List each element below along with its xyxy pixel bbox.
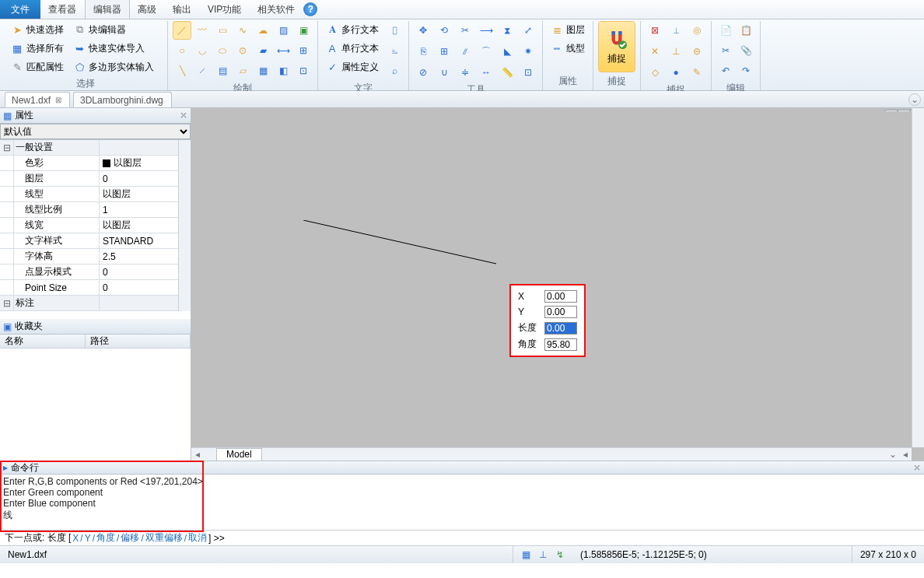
menu-advanced[interactable]: 高级 [130, 0, 165, 19]
angle-input[interactable] [544, 338, 577, 351]
align-tool[interactable]: ≑ [456, 63, 474, 82]
help-icon[interactable]: ? [303, 2, 317, 16]
property-row[interactable]: 色彩以图层 [0, 156, 178, 171]
model-tab[interactable]: Model [216, 448, 262, 461]
dim-tool[interactable]: ⟷ [274, 41, 292, 60]
region-tool[interactable]: ▱ [233, 61, 252, 80]
menu-editor[interactable]: 编辑器 [85, 0, 130, 19]
menu-output[interactable]: 输出 [165, 0, 200, 19]
text-tool-3[interactable]: ⌕ [385, 61, 404, 80]
drawing-canvas[interactable]: X Y 长度 角度 [194, 111, 912, 461]
text-button[interactable]: A单行文本 [323, 40, 382, 57]
arc-tool[interactable]: ◡ [193, 41, 212, 60]
insert-tool[interactable]: ⊞ [294, 41, 313, 60]
edit-paste[interactable]: 📋 [737, 21, 755, 40]
scale-tool[interactable]: ⤢ [519, 21, 537, 40]
snap-mid[interactable]: ⟂ [667, 21, 685, 40]
collapse-icon[interactable]: ⊟ [0, 140, 14, 155]
opt-offset[interactable]: 偏移 [119, 531, 141, 545]
chamfer-tool[interactable]: ◣ [498, 42, 516, 61]
y-input[interactable] [544, 306, 577, 318]
edit-undo[interactable]: ↶ [716, 61, 735, 80]
edit-redo[interactable]: ↷ [737, 61, 755, 80]
polyline-tool[interactable]: 〰 [193, 21, 212, 40]
x-input[interactable] [544, 290, 577, 303]
property-row[interactable]: Point Size0 [0, 280, 178, 296]
fav-col-path[interactable]: 路径 [86, 335, 191, 348]
opt-y[interactable]: Y [83, 533, 93, 544]
property-row[interactable]: 线宽以图层 [0, 218, 178, 233]
props-default-select[interactable]: 默认值 [0, 124, 191, 139]
box-tool[interactable]: ◧ [274, 61, 292, 80]
block-editor-button[interactable]: ⧉块编辑器 [70, 21, 157, 38]
match-props-button[interactable]: ✎匹配属性 [8, 58, 67, 75]
spline-tool[interactable]: ∿ [233, 21, 252, 40]
doc-tab-2[interactable]: 3DLamborghini.dwg [73, 92, 172, 107]
misc-tool[interactable]: ⊡ [294, 61, 313, 80]
property-row[interactable]: 线型比例1 [0, 202, 178, 218]
menu-viewer[interactable]: 查看器 [40, 0, 85, 19]
circle-tool[interactable]: ○ [173, 41, 191, 60]
point-tool[interactable]: ⊙ [233, 41, 252, 60]
rotate-tool[interactable]: ⟲ [435, 21, 453, 40]
offset-tool[interactable]: ⫽ [456, 42, 474, 61]
edit-cut[interactable]: ✂ [716, 41, 735, 60]
trim-tool[interactable]: ✂ [456, 21, 474, 40]
snap-cen[interactable]: ◎ [688, 21, 706, 40]
edit-copy[interactable]: 📄 [716, 21, 735, 40]
snap-ins[interactable]: ✎ [688, 63, 706, 82]
attrdef-button[interactable]: ✓属性定义 [323, 58, 382, 75]
status-snap-icon[interactable]: ⊥ [537, 548, 549, 561]
select-all-button[interactable]: ▦选择所有 [8, 40, 67, 57]
table-tool[interactable]: ▦ [254, 61, 272, 80]
join-tool[interactable]: ∪ [435, 63, 453, 82]
move-tool[interactable]: ✥ [414, 21, 432, 40]
linetype-button[interactable]: ┉线型 [548, 40, 588, 57]
property-row[interactable]: 点显示模式0 [0, 264, 178, 280]
status-grid-icon[interactable]: ▦ [520, 548, 532, 561]
break-tool[interactable]: ⊘ [414, 63, 432, 82]
tabs-dropdown[interactable]: ⌄ [908, 93, 921, 106]
canvas-vscroll[interactable] [912, 108, 924, 447]
menu-vip[interactable]: VIP功能 [200, 0, 250, 19]
mtext-button[interactable]: 𝐀多行文本 [323, 21, 382, 38]
copy-tool[interactable]: ⎘ [414, 42, 432, 61]
opt-angle[interactable]: 角度 [95, 531, 117, 545]
fill-tool[interactable]: ▤ [213, 61, 232, 80]
xline-tool[interactable]: ╲ [173, 61, 191, 80]
rect-tool[interactable]: ▭ [213, 21, 232, 40]
array-tool[interactable]: ⊞ [435, 42, 453, 61]
extend-tool[interactable]: ⟶ [477, 21, 495, 40]
opt-cancel[interactable]: 取消 [187, 531, 208, 545]
snap-near[interactable]: ◇ [646, 63, 664, 82]
pin-icon[interactable]: ⤫ [913, 462, 921, 473]
menu-related[interactable]: 相关软件 [250, 0, 303, 19]
property-row[interactable]: 字体高2.5 [0, 249, 178, 264]
cloud-tool[interactable]: ☁ [254, 21, 272, 40]
ray-tool[interactable]: ⟋ [193, 61, 212, 80]
props-scrollbar[interactable] [178, 140, 191, 311]
group-tool[interactable]: ⊡ [519, 63, 537, 82]
collapse-icon[interactable]: ⊟ [0, 296, 14, 310]
property-row[interactable]: 线型以图层 [0, 187, 178, 202]
status-ortho-icon[interactable]: ↯ [554, 548, 566, 561]
hatch-tool[interactable]: ▨ [274, 21, 292, 40]
ellipse-tool[interactable]: ⬭ [213, 41, 232, 60]
text-tool-1[interactable]: ⌷ [385, 21, 404, 40]
fillet-tool[interactable]: ⌒ [477, 42, 495, 61]
snap-tan[interactable]: ⊖ [688, 42, 706, 61]
snap-perp[interactable]: ⊥ [667, 42, 685, 61]
close-icon[interactable]: ⊠ [55, 96, 61, 104]
snap-button[interactable]: 捕捉 [598, 21, 635, 72]
length-input[interactable] [544, 322, 577, 335]
snap-end[interactable]: ⊠ [646, 21, 664, 40]
doc-tab-1[interactable]: New1.dxf⊠ [5, 92, 70, 107]
opt-x[interactable]: X [71, 533, 80, 544]
explode-tool[interactable]: ✷ [519, 42, 537, 61]
stretch-tool[interactable]: ↔ [477, 63, 495, 82]
property-row[interactable]: 文字样式STANDARD [0, 233, 178, 249]
menu-file[interactable]: 文件 [0, 0, 40, 19]
text-tool-2[interactable]: ⎁ [385, 41, 404, 60]
snap-node[interactable]: ● [667, 63, 685, 82]
pin-icon[interactable]: ⤫ [180, 110, 187, 121]
